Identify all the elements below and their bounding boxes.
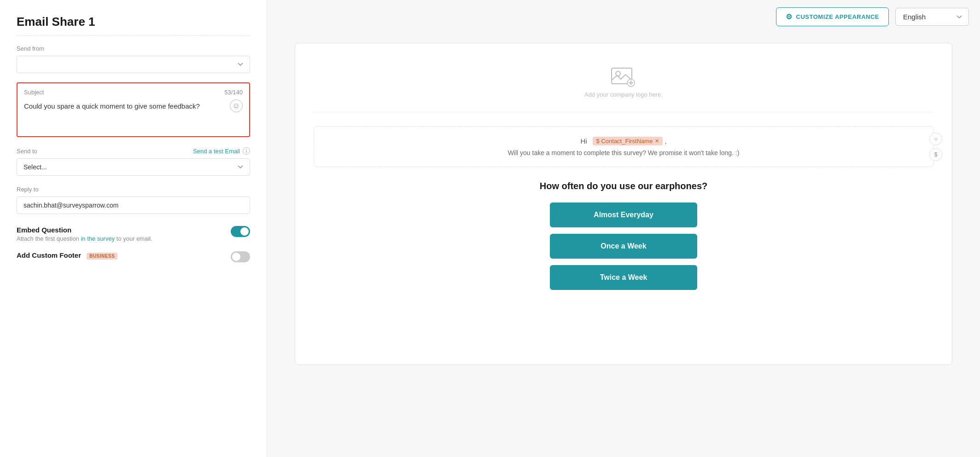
embed-desc-link[interactable]: in the survey	[81, 235, 115, 242]
logo-placeholder: Add your company logo here.	[584, 66, 663, 98]
footer-toggle-slider	[231, 251, 250, 262]
subject-header: Subject 53/140	[24, 89, 243, 96]
email-preview: Add your company logo here. Hi $ Contact…	[295, 43, 952, 365]
footer-title: Add Custom Footer BUSINESS	[17, 251, 223, 260]
right-toolbar: ⚙ CUSTOMIZE APPEARANCE English Spanish F…	[267, 0, 980, 34]
footer-toggle[interactable]	[231, 251, 250, 262]
greeting-hi: Hi	[580, 137, 587, 145]
send-to-select[interactable]: Select...	[17, 158, 250, 176]
send-from-select[interactable]	[17, 56, 250, 73]
greeting-actions: ○ $	[929, 133, 942, 161]
embed-question-info: Embed Question Attach the first question…	[17, 226, 223, 242]
embed-desc-pre: Attach the first question	[17, 235, 81, 242]
left-panel: Email Share 1 Send from Subject 53/140 C…	[0, 0, 267, 457]
greeting-comma: ,	[665, 137, 666, 145]
embed-question-title: Embed Question	[17, 226, 223, 234]
reply-to-input[interactable]: sachin.bhat@surveysparrow.com	[17, 197, 250, 214]
toggle-section: Embed Question Attach the first question…	[17, 226, 250, 262]
subject-section: Subject 53/140 Could you spare a quick m…	[17, 82, 250, 137]
send-from-section: Send from	[17, 45, 250, 73]
embed-toggle-slider	[231, 226, 250, 237]
subject-input-row: Could you spare a quick moment to give s…	[24, 99, 243, 112]
emoji-button[interactable]: ☺	[230, 99, 243, 112]
edit-circle-button[interactable]: ○	[929, 133, 942, 145]
customize-appearance-button[interactable]: ⚙ CUSTOMIZE APPEARANCE	[776, 7, 889, 26]
contact-tag-close[interactable]: ✕	[655, 138, 659, 144]
send-to-header: Send to Send a test Email i	[17, 147, 250, 155]
right-panel: ⚙ CUSTOMIZE APPEARANCE English Spanish F…	[267, 0, 980, 457]
greeting-box: Hi $ Contact_FirstName ✕ , Will you take…	[314, 126, 933, 167]
subject-box: Subject 53/140 Could you spare a quick m…	[17, 82, 250, 137]
info-icon[interactable]: i	[243, 147, 250, 155]
svg-point-1	[616, 71, 620, 76]
embed-desc-post: to your email.	[115, 235, 152, 242]
survey-option-2[interactable]: Once a Week	[550, 234, 697, 259]
survey-option-1[interactable]: Almost Everyday	[550, 202, 697, 227]
gear-icon: ⚙	[786, 12, 793, 21]
business-badge: BUSINESS	[87, 253, 117, 260]
greeting-line: Hi $ Contact_FirstName ✕ ,	[325, 137, 922, 145]
footer-info: Add Custom Footer BUSINESS	[17, 251, 223, 260]
contact-tag-text: $ Contact_FirstName	[596, 138, 653, 145]
embed-question-row: Embed Question Attach the first question…	[17, 226, 250, 242]
send-to-label: Send to	[17, 148, 37, 155]
send-to-section: Send to Send a test Email i Select...	[17, 147, 250, 176]
subject-text[interactable]: Could you spare a quick moment to give s…	[24, 102, 225, 110]
subject-count: 53/140	[224, 89, 243, 96]
send-test-link[interactable]: Send a test Email	[193, 148, 240, 155]
preview-area: Add your company logo here. Hi $ Contact…	[267, 34, 980, 457]
subject-label: Subject	[24, 89, 44, 96]
embed-question-desc: Attach the first question in the survey …	[17, 235, 223, 242]
language-select[interactable]: English Spanish French German	[895, 8, 969, 26]
reply-to-label: Reply to	[17, 186, 250, 193]
logo-image-icon	[611, 66, 636, 88]
embed-question-toggle[interactable]	[231, 226, 250, 237]
greeting-sub: Will you take a moment to complete this …	[325, 149, 922, 156]
variable-circle-button[interactable]: $	[929, 148, 942, 161]
send-from-label: Send from	[17, 45, 250, 52]
page-title: Email Share 1	[17, 15, 250, 36]
customize-label: CUSTOMIZE APPEARANCE	[796, 13, 879, 20]
survey-option-3[interactable]: Twice a Week	[550, 265, 697, 290]
contact-tag: $ Contact_FirstName ✕	[593, 137, 663, 145]
survey-question: How often do you use our earphones?	[314, 181, 933, 191]
reply-to-section: Reply to sachin.bhat@surveysparrow.com	[17, 186, 250, 214]
logo-area: Add your company logo here.	[314, 57, 933, 112]
add-custom-footer-row: Add Custom Footer BUSINESS	[17, 251, 250, 262]
logo-text: Add your company logo here.	[584, 91, 663, 98]
